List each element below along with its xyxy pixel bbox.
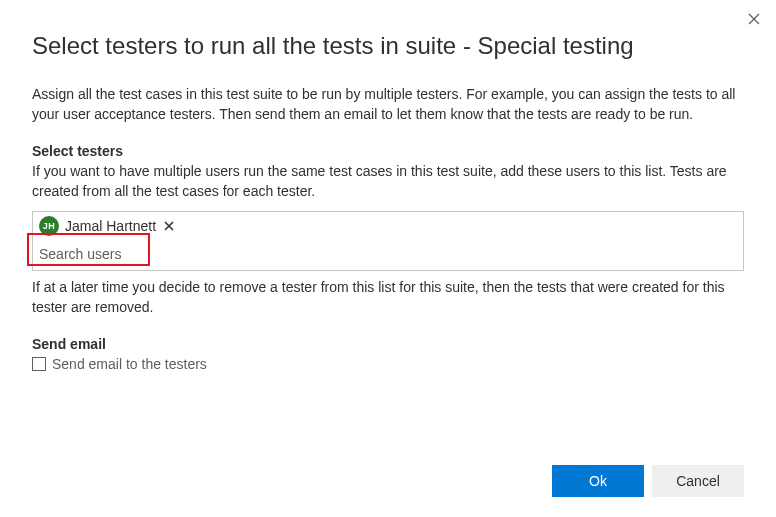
send-email-checkbox-label: Send email to the testers (52, 356, 207, 372)
send-email-label: Send email (32, 336, 744, 352)
close-button[interactable] (742, 8, 766, 32)
close-icon (748, 12, 760, 28)
select-testers-note: If at a later time you decide to remove … (32, 277, 744, 318)
avatar: JH (39, 216, 59, 236)
user-chip-row: JH Jamal Hartnett (33, 212, 743, 240)
select-testers-label: Select testers (32, 143, 744, 159)
search-users-input[interactable] (39, 244, 737, 264)
cancel-button[interactable]: Cancel (652, 465, 744, 497)
ok-button[interactable]: Ok (552, 465, 644, 497)
dialog-intro: Assign all the test cases in this test s… (32, 84, 744, 125)
send-email-row: Send email to the testers (32, 356, 744, 372)
send-email-checkbox[interactable] (32, 357, 46, 371)
user-chip-name: Jamal Hartnett (65, 218, 156, 234)
dialog-title: Select testers to run all the tests in s… (32, 32, 744, 60)
search-row (33, 240, 743, 270)
dialog-footer: Ok Cancel (32, 453, 744, 497)
assign-testers-dialog: Select testers to run all the tests in s… (0, 0, 776, 517)
remove-chip-icon[interactable] (162, 218, 176, 234)
user-picker: JH Jamal Hartnett (32, 211, 744, 271)
user-chip[interactable]: JH Jamal Hartnett (39, 216, 176, 236)
select-testers-help: If you want to have multiple users run t… (32, 161, 744, 202)
